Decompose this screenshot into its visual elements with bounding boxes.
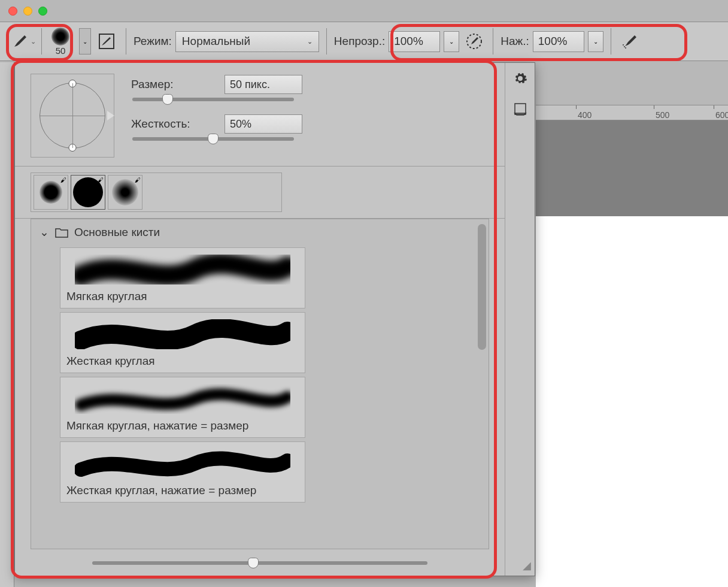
popup-settings-button[interactable] xyxy=(513,71,527,86)
flow-input[interactable]: 100% xyxy=(533,31,584,52)
ruler-horizontal: 400 500 600 xyxy=(536,105,728,120)
separator xyxy=(493,28,493,55)
recent-brush-item[interactable]: 🖌 xyxy=(71,175,105,210)
brush-name: Мягкая круглая xyxy=(66,290,299,303)
hardness-input[interactable]: 50% xyxy=(225,114,302,134)
angle-arrow-icon xyxy=(107,111,114,120)
ruler-mark: 500 xyxy=(656,110,669,120)
ruler-mark: 400 xyxy=(578,110,592,120)
brush-stroke-preview xyxy=(66,382,299,416)
hardness-label: Жесткость: xyxy=(131,117,215,131)
flow-label: Наж.: xyxy=(500,35,529,48)
canvas-background xyxy=(536,120,728,216)
opacity-dropdown[interactable]: ⌄ xyxy=(444,31,459,52)
left-tool-strip xyxy=(0,62,14,587)
recent-brush-item[interactable]: 🖌 xyxy=(34,175,68,210)
brush-thumbnail-size-slider[interactable] xyxy=(92,561,427,565)
brush-list-item[interactable]: Мягкая круглая, нажатие = размер xyxy=(60,377,305,438)
brush-group-name: Основные кисти xyxy=(74,226,160,239)
brush-angle-control[interactable] xyxy=(31,74,114,158)
flow-dropdown[interactable]: ⌄ xyxy=(588,31,603,52)
brush-name: Мягкая круглая, нажатие = размер xyxy=(66,419,299,432)
separator xyxy=(126,28,126,55)
size-input[interactable]: 50 пикс. xyxy=(225,75,302,94)
brush-stroke-preview xyxy=(66,253,299,286)
separator xyxy=(326,28,327,55)
brush-preset-indicator[interactable]: 50 xyxy=(46,28,75,56)
folder-icon xyxy=(55,227,68,238)
options-bar: ⌄ 50 ⌄ Режим: Нормальный ⌄ Непрозр.: 100… xyxy=(0,22,728,61)
new-brush-button[interactable] xyxy=(514,102,527,116)
brush-preset-popup: Размер: 50 пикс. Жесткость: 50% xyxy=(14,62,535,576)
recent-brush-item[interactable]: 🖌 xyxy=(108,175,142,210)
gear-icon xyxy=(513,71,527,86)
pressure-opacity-button[interactable] xyxy=(463,30,486,53)
brush-stroke-preview xyxy=(66,447,299,480)
ruler-mark: 600 xyxy=(715,110,728,120)
brush-mini-icon: 🖌 xyxy=(98,177,104,183)
close-window-button[interactable] xyxy=(8,7,17,16)
hardness-slider[interactable] xyxy=(132,137,294,141)
brush-name: Жесткая круглая, нажатие = размер xyxy=(66,484,299,497)
chevron-down-icon: ⌄ xyxy=(40,225,49,239)
brush-list-item[interactable]: Жесткая круглая, нажатие = размер xyxy=(60,441,305,503)
airbrush-icon xyxy=(620,32,639,51)
brush-tip-icon xyxy=(51,28,69,46)
opacity-input[interactable]: 100% xyxy=(389,31,440,52)
window-titlebar xyxy=(0,0,728,22)
opacity-label: Непрозр.: xyxy=(334,35,385,48)
brush-mini-icon: 🖌 xyxy=(135,177,141,183)
resize-grip-icon[interactable]: ◢ xyxy=(523,559,531,572)
flow-value: 100% xyxy=(538,35,568,48)
size-label: Размер: xyxy=(131,78,215,91)
opacity-value: 100% xyxy=(394,35,423,48)
brush-size-number: 50 xyxy=(56,46,66,56)
scrollbar-vertical[interactable] xyxy=(478,224,486,350)
brush-icon xyxy=(11,33,28,50)
mode-label: Режим: xyxy=(134,35,172,48)
new-preset-icon xyxy=(514,102,527,116)
brush-name: Жесткая круглая xyxy=(66,355,299,368)
brush-group-header[interactable]: ⌄ Основные кисти xyxy=(31,219,489,245)
mode-value: Нормальный xyxy=(182,35,250,48)
chevron-down-icon: ⌄ xyxy=(31,38,36,46)
tool-brush-dropdown[interactable]: ⌄ xyxy=(6,28,42,55)
brush-list-item[interactable]: Мягкая круглая xyxy=(60,247,305,308)
svg-point-4 xyxy=(625,47,626,49)
brush-stroke-preview xyxy=(66,317,299,351)
brush-mini-icon: 🖌 xyxy=(60,177,66,183)
zoom-window-button[interactable] xyxy=(38,7,47,16)
airbrush-button[interactable] xyxy=(618,30,641,53)
canvas[interactable] xyxy=(536,216,728,587)
chevron-down-icon: ⌄ xyxy=(307,38,313,46)
brush-settings-button[interactable] xyxy=(95,29,119,53)
brush-panel-icon xyxy=(98,32,116,50)
mode-dropdown[interactable]: Нормальный ⌄ xyxy=(175,31,319,52)
brush-list: ⌄ Основные кисти Мягкая круглаяЖесткая к… xyxy=(31,219,489,549)
recent-brushes: 🖌 🖌 🖌 xyxy=(31,173,282,212)
brush-preset-dropdown[interactable]: ⌄ xyxy=(79,28,91,55)
pressure-opacity-icon xyxy=(465,32,483,50)
brush-list-item[interactable]: Жесткая круглая xyxy=(60,312,305,373)
svg-point-3 xyxy=(623,44,624,46)
svg-point-2 xyxy=(624,46,625,47)
minimize-window-button[interactable] xyxy=(23,7,32,16)
size-slider[interactable] xyxy=(132,98,294,101)
separator xyxy=(611,28,611,55)
